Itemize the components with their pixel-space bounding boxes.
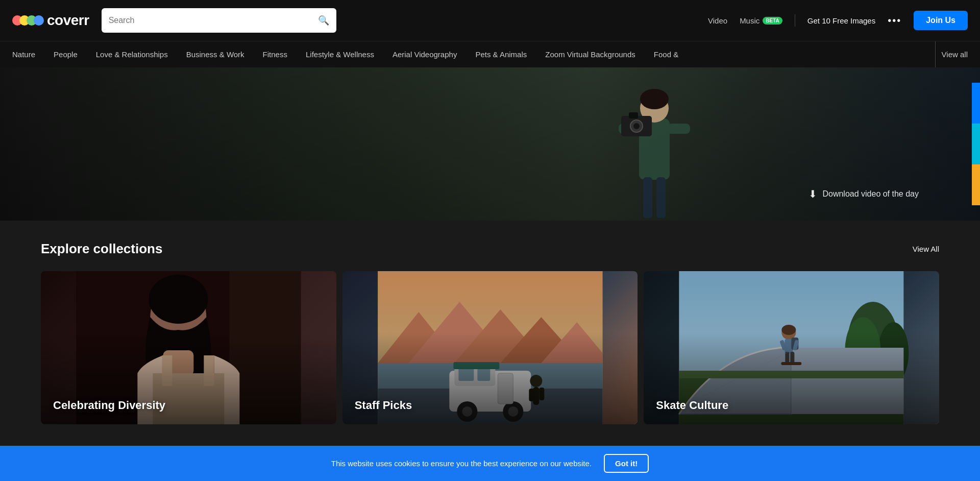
collection-card-diversity[interactable]: Celebrating Diversity (41, 271, 336, 424)
category-item-people[interactable]: People (44, 41, 87, 68)
category-item-love-relationships[interactable]: Love & Relationships (87, 41, 177, 68)
category-item-fitness[interactable]: Fitness (254, 41, 297, 68)
category-item-business-work[interactable]: Business & Work (177, 41, 254, 68)
side-pills (972, 83, 980, 205)
hero-section: ⬇ Download video of the day (0, 67, 980, 221)
svg-point-10 (640, 89, 669, 109)
category-list: Nature People Love & Relationships Busin… (12, 41, 935, 68)
join-button[interactable]: Join Us (914, 11, 968, 30)
logo[interactable]: coverr (12, 12, 89, 29)
logo-text: coverr (47, 12, 89, 29)
category-item-food[interactable]: Food & (645, 41, 688, 68)
category-item-aerial-videography[interactable]: Aerial Videography (383, 41, 466, 68)
collections-title: Explore collections (41, 241, 162, 257)
download-cta[interactable]: ⬇ Download video of the day (808, 188, 919, 200)
free-images-link[interactable]: Get 10 Free Images (807, 16, 875, 25)
logo-circle-blue (34, 15, 44, 26)
header-nav: Video Music beta Get 10 Free Images ••• … (708, 11, 968, 30)
collections-header: Explore collections View All (41, 241, 939, 257)
music-nav-link: Music (740, 16, 760, 25)
site-header: coverr 🔍 Video Music beta Get 10 Free Im… (0, 0, 980, 41)
category-item-zoom-virtual-backgrounds[interactable]: Zoom Virtual Backgrounds (536, 41, 644, 68)
skate-label: Skate Culture (656, 399, 728, 412)
svg-rect-8 (643, 177, 652, 218)
search-input[interactable] (109, 16, 318, 25)
search-bar: 🔍 (102, 8, 336, 33)
diversity-label: Celebrating Diversity (53, 399, 165, 412)
logo-icon (12, 15, 41, 26)
collections-section: Explore collections View All (0, 221, 980, 445)
category-view-all[interactable]: View all (935, 41, 968, 68)
category-item-nature[interactable]: Nature (12, 41, 44, 68)
side-pill-yellow (972, 164, 980, 205)
svg-rect-5 (629, 112, 638, 118)
collections-grid: Celebrating Diversity (41, 271, 939, 424)
category-item-pets-animals[interactable]: Pets & Animals (466, 41, 536, 68)
nav-divider (795, 14, 795, 27)
svg-rect-9 (656, 177, 666, 218)
hero-illustration (603, 67, 705, 221)
category-nav: Nature People Love & Relationships Busin… (0, 41, 980, 67)
staff-label: Staff Picks (355, 399, 412, 412)
music-nav-item[interactable]: Music beta (740, 16, 782, 25)
side-pill-blue (972, 83, 980, 124)
side-pill-teal (972, 124, 980, 164)
video-nav-link[interactable]: Video (708, 16, 727, 25)
download-icon: ⬇ (808, 188, 817, 200)
beta-badge: beta (763, 17, 782, 25)
svg-rect-3 (667, 124, 690, 134)
svg-point-7 (633, 123, 640, 129)
search-icon[interactable]: 🔍 (318, 15, 329, 26)
download-label: Download video of the day (822, 189, 919, 199)
more-options-button[interactable]: ••• (888, 15, 901, 27)
category-item-lifestyle-wellness[interactable]: Lifestyle & Wellness (297, 41, 383, 68)
collection-card-staff[interactable]: Staff Picks (342, 271, 638, 424)
collection-card-skate[interactable]: Skate Culture (644, 271, 939, 424)
collections-view-all[interactable]: View All (913, 245, 939, 253)
